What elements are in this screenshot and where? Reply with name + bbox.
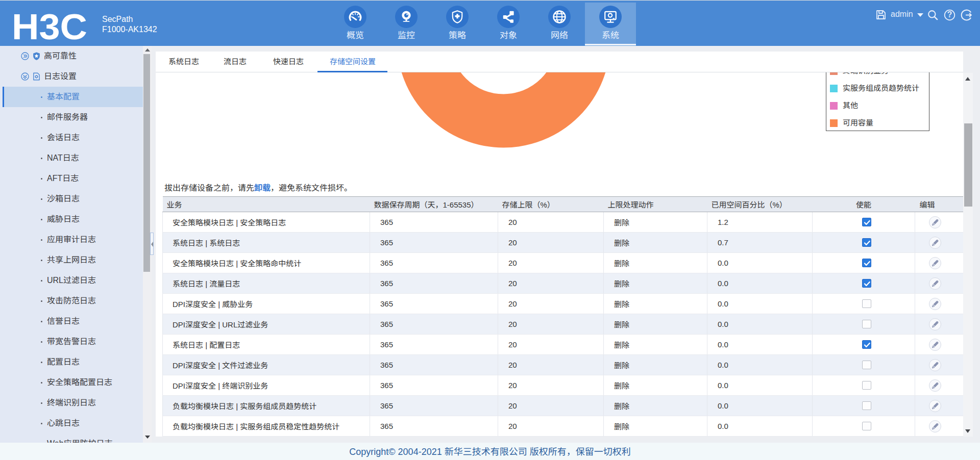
svg-text:H3C: H3C xyxy=(12,11,87,41)
svg-text:?: ? xyxy=(947,10,952,19)
